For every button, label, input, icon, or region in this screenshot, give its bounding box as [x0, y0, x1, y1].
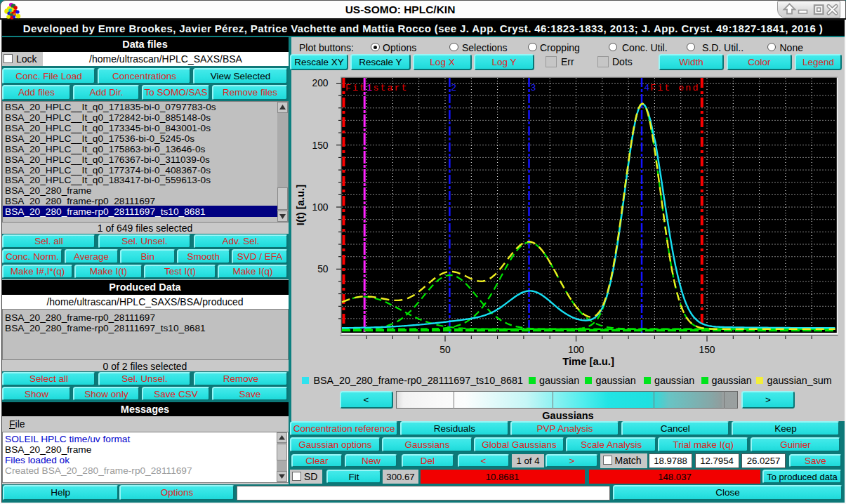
svg-text:2: 2	[451, 83, 458, 93]
svg-text:1: 1	[366, 83, 374, 93]
svg-text:3: 3	[530, 83, 537, 93]
svg-text:Time [a.u.]: Time [a.u.]	[562, 356, 614, 367]
svg-text:start: start	[374, 83, 409, 93]
svg-text:I(t) [a.u.]: I(t) [a.u.]	[295, 185, 306, 225]
svg-text:150: 150	[312, 140, 328, 151]
svg-text:50: 50	[439, 345, 451, 355]
svg-text:Fit: Fit	[345, 83, 366, 93]
svg-text:50: 50	[317, 264, 329, 274]
svg-text:100: 100	[312, 202, 328, 213]
svg-text:150: 150	[699, 345, 715, 355]
svg-text:200: 200	[312, 78, 328, 88]
svg-text:100: 100	[568, 345, 584, 355]
svg-text:Fit end: Fit end	[650, 83, 699, 93]
